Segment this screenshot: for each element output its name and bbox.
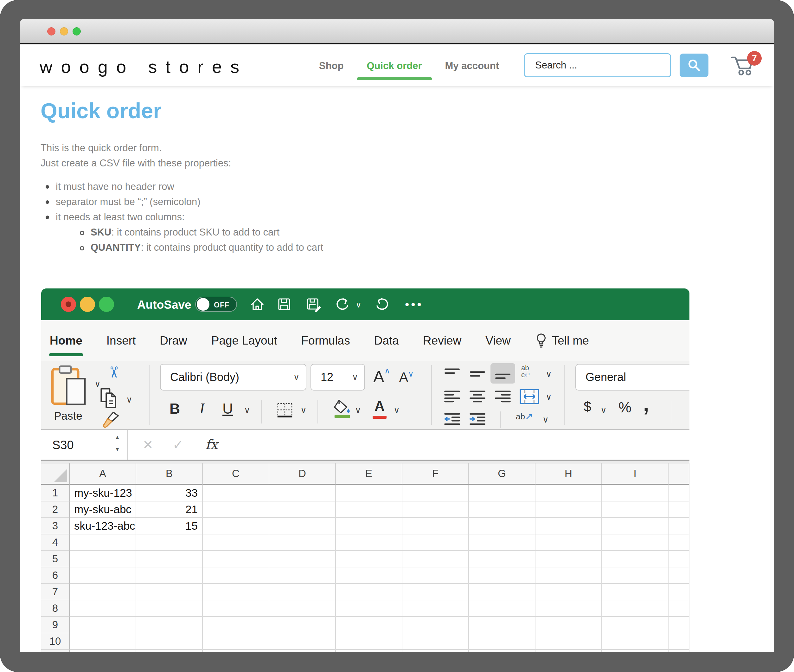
decrease-indent-button[interactable] <box>443 411 461 428</box>
cell-a7[interactable] <box>70 584 136 600</box>
autosave-toggle[interactable]: OFF <box>195 297 237 312</box>
align-left-button[interactable] <box>443 389 461 406</box>
cell-a1[interactable]: my-sku-123 <box>70 485 136 501</box>
cell-i1[interactable] <box>602 485 669 501</box>
cell-b9[interactable] <box>136 617 203 633</box>
cell-a9[interactable] <box>70 617 136 633</box>
cell-b6[interactable] <box>136 567 203 584</box>
font-name-select[interactable]: Calibri (Body) ∨ <box>160 364 307 390</box>
cell-c4[interactable] <box>203 534 269 551</box>
cell-g1[interactable] <box>469 485 535 501</box>
cell-f8[interactable] <box>403 600 469 617</box>
cell-c8[interactable] <box>203 600 269 617</box>
nav-item-my-account[interactable]: My account <box>445 60 499 72</box>
close-window-button[interactable] <box>47 27 56 35</box>
format-painter-icon[interactable] <box>101 411 121 429</box>
paste-button[interactable] <box>50 365 89 406</box>
cell-a6[interactable] <box>70 567 136 584</box>
more-icon[interactable]: ••• <box>405 298 423 312</box>
cell-g4[interactable] <box>469 534 535 551</box>
cell-e5[interactable] <box>336 551 403 567</box>
column-header-e[interactable]: E <box>336 463 403 485</box>
column-header-b[interactable]: B <box>136 463 203 485</box>
comma-format-button[interactable]: , <box>643 392 649 416</box>
borders-button[interactable] <box>275 400 295 420</box>
cell-e4[interactable] <box>336 534 403 551</box>
cell-i9[interactable] <box>602 617 669 633</box>
excel-zoom-button[interactable] <box>99 297 114 312</box>
cell-e6[interactable] <box>336 567 403 584</box>
row-header-5[interactable]: 5 <box>41 551 70 567</box>
cell-a3[interactable]: sku-123-abc <box>70 518 136 534</box>
cell-d4[interactable] <box>269 534 336 551</box>
tab-data[interactable]: Data <box>374 334 399 347</box>
tab-page-layout[interactable]: Page Layout <box>211 334 277 347</box>
cell-f7[interactable] <box>403 584 469 600</box>
save-as-icon[interactable] <box>306 296 322 312</box>
row-header-1[interactable]: 1 <box>41 485 70 501</box>
column-header-f[interactable]: F <box>403 463 469 485</box>
underline-button[interactable]: U <box>222 400 233 417</box>
percent-format-button[interactable]: % <box>618 399 631 416</box>
cell-d1[interactable] <box>269 485 336 501</box>
italic-button[interactable]: I <box>200 400 204 417</box>
name-box-up-icon[interactable]: ▲ <box>115 434 120 441</box>
cell-c9[interactable] <box>203 617 269 633</box>
cell-g2[interactable] <box>469 501 535 518</box>
cell-f6[interactable] <box>403 567 469 584</box>
merge-center-button[interactable] <box>519 388 540 405</box>
insert-function-icon[interactable]: fx <box>205 437 218 452</box>
align-center-button[interactable] <box>468 389 487 406</box>
excel-minimize-button[interactable] <box>80 297 95 312</box>
row-header-6[interactable]: 6 <box>41 567 70 584</box>
cell-a2[interactable]: my-sku-abc <box>70 501 136 518</box>
undo-icon[interactable] <box>334 296 350 312</box>
align-middle-button[interactable] <box>468 366 487 382</box>
cell-h1[interactable] <box>535 485 602 501</box>
search-button[interactable] <box>680 54 708 77</box>
cell-e8[interactable] <box>336 600 403 617</box>
column-header-a[interactable]: A <box>70 463 136 485</box>
cell-f2[interactable] <box>403 501 469 518</box>
row-header-3[interactable]: 3 <box>41 518 70 534</box>
zoom-window-button[interactable] <box>73 27 81 35</box>
tab-draw[interactable]: Draw <box>160 334 187 347</box>
cell-d6[interactable] <box>269 567 336 584</box>
cell-g7[interactable] <box>469 584 535 600</box>
cell-g9[interactable] <box>469 617 535 633</box>
cell-c3[interactable] <box>203 518 269 534</box>
save-icon[interactable] <box>276 296 292 312</box>
font-size-select[interactable]: 12 ∨ <box>310 364 365 390</box>
cell-h8[interactable] <box>535 600 602 617</box>
tab-formulas[interactable]: Formulas <box>301 334 350 347</box>
row-header-8[interactable]: 8 <box>41 600 70 617</box>
align-right-button[interactable] <box>494 389 512 406</box>
tab-home[interactable]: Home <box>50 334 82 347</box>
font-color-button[interactable]: A <box>374 398 385 414</box>
align-bottom-button[interactable] <box>494 366 512 382</box>
cell-f5[interactable] <box>403 551 469 567</box>
search-input[interactable] <box>524 53 671 77</box>
underline-dropdown-chevron-icon[interactable]: ∨ <box>244 405 250 415</box>
cell-a8[interactable] <box>70 600 136 617</box>
excel-close-button[interactable] <box>61 297 76 312</box>
cell-b7[interactable] <box>136 584 203 600</box>
row-header-2[interactable]: 2 <box>41 501 70 518</box>
undo-dropdown-chevron-icon[interactable]: ∨ <box>356 300 361 310</box>
cell-c6[interactable] <box>203 567 269 584</box>
cut-scissors-icon[interactable]: ✂ <box>105 366 123 379</box>
font-color-dropdown-chevron-icon[interactable]: ∨ <box>393 405 400 415</box>
cell-h6[interactable] <box>535 567 602 584</box>
cell-i7[interactable] <box>602 584 669 600</box>
cell-d2[interactable] <box>269 501 336 518</box>
cell-g5[interactable] <box>469 551 535 567</box>
cell-e2[interactable] <box>336 501 403 518</box>
cell-f4[interactable] <box>403 534 469 551</box>
increase-font-size-button[interactable]: A∧ <box>373 366 390 386</box>
cell-d10[interactable] <box>269 633 336 650</box>
cell-b8[interactable] <box>136 600 203 617</box>
cell-c7[interactable] <box>203 584 269 600</box>
minimize-window-button[interactable] <box>60 27 68 35</box>
cell-d8[interactable] <box>269 600 336 617</box>
row-header-4[interactable]: 4 <box>41 534 70 551</box>
